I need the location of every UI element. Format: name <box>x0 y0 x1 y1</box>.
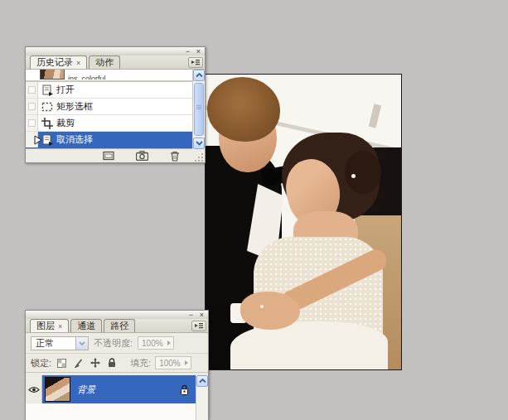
photo-railing-fitting <box>369 104 382 128</box>
eye-icon <box>28 386 40 393</box>
layers-controls-row: 正常 不透明度: 100% <box>26 333 208 354</box>
chevron-down-icon[interactable] <box>75 337 88 350</box>
tab-close-icon[interactable]: × <box>76 59 80 67</box>
chevron-up-icon <box>196 73 203 78</box>
history-brush-well-box <box>28 119 36 127</box>
history-state-crop[interactable]: 裁剪 <box>26 115 205 132</box>
snapshot-thumbnail <box>40 70 65 80</box>
minimize-button[interactable]: − <box>184 48 191 55</box>
panel-menu-icon <box>191 59 201 66</box>
history-panel: − × 历史记录 × 动作 ins_col <box>25 46 206 163</box>
current-state-pointer-icon[interactable] <box>34 135 43 145</box>
visibility-toggle[interactable] <box>26 375 42 403</box>
tab-history[interactable]: 历史记录 × <box>30 56 87 69</box>
blend-mode-select[interactable]: 正常 <box>31 336 89 350</box>
layers-scrollbar[interactable] <box>196 375 208 420</box>
history-state-label: 取消选择 <box>56 133 93 146</box>
panel-menu-button[interactable] <box>188 57 203 68</box>
panel-menu-button[interactable] <box>191 321 206 331</box>
camera-snapshot-button[interactable] <box>136 151 148 161</box>
history-brush-well-box <box>28 86 36 94</box>
fill-field[interactable]: 100% <box>155 356 191 369</box>
new-document-from-state-button[interactable] <box>103 151 114 161</box>
history-state-list: ins_colorful 打开 矩形选框 <box>26 70 205 149</box>
resize-grip[interactable] <box>195 152 204 162</box>
history-brush-well[interactable] <box>26 115 38 131</box>
layers-tabstrip: 图层 × 通道 路径 <box>26 319 208 333</box>
tab-paths-label: 路径 <box>110 320 128 332</box>
close-button[interactable]: × <box>195 48 202 55</box>
chevron-right-icon[interactable] <box>167 340 172 346</box>
history-state-icon <box>38 84 56 96</box>
history-brush-well-box <box>28 103 36 110</box>
fill-value: 100% <box>159 359 181 368</box>
history-tabstrip: 历史记录 × 动作 <box>26 56 205 70</box>
layers-list: 背景 <box>26 375 208 420</box>
history-state-label: 打开 <box>56 84 75 96</box>
history-scrollbar[interactable] <box>192 70 205 149</box>
scroll-thumb[interactable] <box>194 83 204 136</box>
tab-layers-label: 图层 <box>36 320 55 332</box>
history-state-open[interactable]: 打开 <box>26 82 205 99</box>
layers-lock-row: 锁定: 填充: 100% <box>26 354 208 373</box>
layers-panel: − × 图层 × 通道 路径 <box>25 310 209 420</box>
photo-bride-bun <box>345 151 381 194</box>
scroll-track[interactable] <box>193 81 205 138</box>
history-brush-well[interactable] <box>26 82 38 98</box>
lock-all-button[interactable] <box>105 357 118 369</box>
opacity-label: 不透明度: <box>94 337 133 350</box>
snapshot-name: ins_colorful <box>68 73 106 80</box>
history-state-label: 裁剪 <box>56 117 75 129</box>
history-state-marquee[interactable]: 矩形选框 <box>26 99 205 115</box>
trash-button[interactable] <box>170 151 180 162</box>
history-brush-well[interactable] <box>26 99 38 114</box>
layer-row-content[interactable]: 背景 <box>42 375 196 403</box>
tab-channels[interactable]: 通道 <box>70 319 102 332</box>
crop-icon <box>38 118 56 129</box>
layer-row-background[interactable]: 背景 <box>26 375 208 403</box>
panel-menu-icon <box>194 322 204 330</box>
document-canvas[interactable] <box>205 74 402 370</box>
tab-actions-label: 动作 <box>95 56 114 69</box>
layer-thumbnail[interactable] <box>45 377 70 402</box>
chevron-right-icon[interactable] <box>184 360 189 366</box>
photo-groom-hair <box>207 77 280 142</box>
tab-paths[interactable]: 路径 <box>104 319 135 332</box>
history-state-label: 矩形选框 <box>56 100 93 113</box>
minimize-button[interactable]: − <box>187 311 195 318</box>
fill-label: 填充: <box>130 357 151 369</box>
tab-actions[interactable]: 动作 <box>89 56 120 69</box>
marquee-icon <box>38 102 56 112</box>
tab-history-label: 历史记录 <box>36 56 73 69</box>
opacity-field[interactable]: 100% <box>138 336 174 350</box>
lock-pixels-brush-button[interactable] <box>72 357 85 369</box>
chevron-up-icon <box>199 379 206 384</box>
history-panel-titlebar[interactable]: − × <box>26 47 205 56</box>
layer-lock-icon <box>180 384 189 395</box>
photo-wedding-ring <box>260 305 264 308</box>
scroll-up-button[interactable] <box>193 70 205 81</box>
tab-close-icon[interactable]: × <box>58 322 62 331</box>
blend-mode-value: 正常 <box>36 337 54 350</box>
lock-transparency-button[interactable] <box>56 357 68 369</box>
photo-hands <box>240 292 300 330</box>
chevron-down-icon <box>196 141 203 146</box>
layer-name: 背景 <box>77 384 180 396</box>
history-footer <box>26 149 205 162</box>
workspace-background: − × 历史记录 × 动作 ins_col <box>0 0 508 420</box>
scroll-up-button[interactable] <box>196 375 208 387</box>
history-snapshot-row[interactable]: ins_colorful <box>26 70 205 82</box>
lock-label: 锁定: <box>31 357 51 369</box>
photo-bride-skirt <box>230 321 388 370</box>
opacity-value: 100% <box>142 339 163 348</box>
tab-channels-label: 通道 <box>77 320 95 332</box>
history-state-deselect[interactable]: 取消选择 <box>26 132 205 148</box>
lock-position-move-button[interactable] <box>89 357 101 369</box>
tab-layers[interactable]: 图层 × <box>30 319 69 332</box>
layers-panel-titlebar[interactable]: − × <box>26 311 208 319</box>
close-button[interactable]: × <box>198 311 206 318</box>
photo-bride-earring <box>351 174 356 178</box>
scroll-down-button[interactable] <box>193 138 205 149</box>
